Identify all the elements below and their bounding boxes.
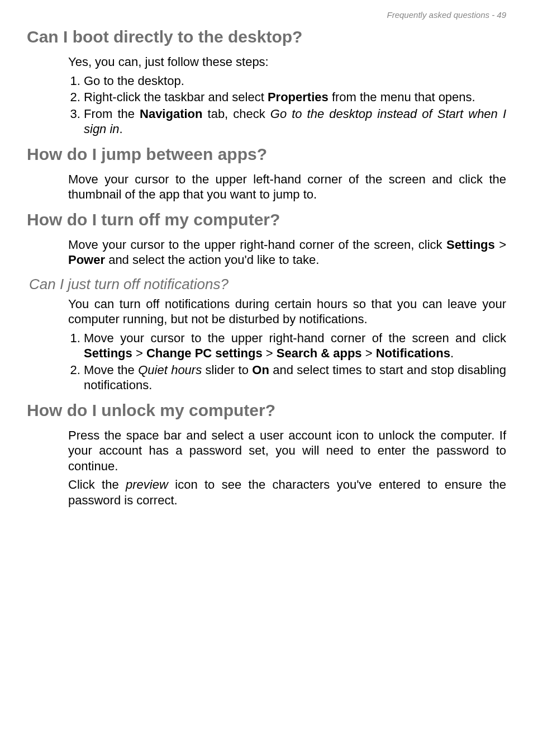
bold-on: On — [252, 363, 269, 377]
para-unlock-1: Press the space bar and select a user ac… — [68, 428, 506, 474]
text: Move your cursor to the upper right-hand… — [84, 331, 506, 345]
bold-navigation: Navigation — [140, 107, 202, 121]
step-boot-3: From the Navigation tab, check Go to the… — [84, 106, 506, 137]
para-notifications: You can turn off notifications during ce… — [68, 296, 506, 327]
bold-settings: Settings — [84, 346, 132, 360]
text: Move the — [84, 363, 138, 377]
page-header: Frequently asked questions - 49 — [27, 10, 506, 20]
para-unlock-2: Click the preview icon to see the charac… — [68, 477, 506, 508]
text: . — [120, 122, 123, 136]
bold-search-apps: Search & apps — [277, 346, 362, 360]
bold-properties: Properties — [268, 90, 329, 104]
text: slider to — [202, 363, 252, 377]
body-notifications: You can turn off notifications during ce… — [68, 296, 506, 393]
body-unlock: Press the space bar and select a user ac… — [68, 428, 506, 508]
text: > — [362, 346, 376, 360]
text: . — [450, 346, 454, 360]
text: from the menu that opens. — [329, 90, 475, 104]
heading-turn-off: How do I turn off my computer? — [27, 210, 506, 229]
text: > — [132, 346, 146, 360]
body-boot: Yes, you can, just follow these steps: G… — [68, 54, 506, 137]
subheading-notifications: Can I just turn off notifications? — [29, 276, 506, 293]
italic-preview: preview — [126, 478, 168, 492]
step-boot-1: Go to the desktop. — [84, 73, 506, 89]
heading-jump-apps: How do I jump between apps? — [27, 145, 506, 164]
steps-notifications: Move your cursor to the upper right-hand… — [68, 330, 506, 393]
para-turnoff: Move your cursor to the upper right-hand… — [68, 237, 506, 268]
page: Frequently asked questions - 49 Can I bo… — [0, 0, 533, 756]
bold-power: Power — [68, 253, 105, 267]
text: Right-click the taskbar and select — [84, 90, 268, 104]
body-turnoff: Move your cursor to the upper right-hand… — [68, 237, 506, 268]
text: Move your cursor to the upper right-hand… — [68, 238, 446, 252]
bold-change-pc-settings: Change PC settings — [146, 346, 263, 360]
text: > — [495, 238, 506, 252]
text: and select the action you'd like to take… — [105, 253, 319, 267]
step-notifications-2: Move the Quiet hours slider to On and se… — [84, 362, 506, 393]
text: > — [263, 346, 277, 360]
step-notifications-1: Move your cursor to the upper right-hand… — [84, 330, 506, 361]
heading-unlock: How do I unlock my computer? — [27, 401, 506, 420]
italic-quiet-hours: Quiet hours — [138, 363, 202, 377]
text: tab, check — [202, 107, 270, 121]
heading-boot-desktop: Can I boot directly to the desktop? — [27, 27, 506, 46]
body-jump: Move your cursor to the upper left-hand … — [68, 172, 506, 202]
step-boot-2: Right-click the taskbar and select Prope… — [84, 89, 506, 105]
para-jump: Move your cursor to the upper left-hand … — [68, 172, 506, 202]
text: From the — [84, 107, 140, 121]
bold-settings: Settings — [446, 238, 495, 252]
steps-boot: Go to the desktop. Right-click the taskb… — [68, 73, 506, 137]
text: Click the — [68, 478, 126, 492]
bold-notifications: Notifications — [376, 346, 450, 360]
para-boot-intro: Yes, you can, just follow these steps: — [68, 54, 506, 70]
